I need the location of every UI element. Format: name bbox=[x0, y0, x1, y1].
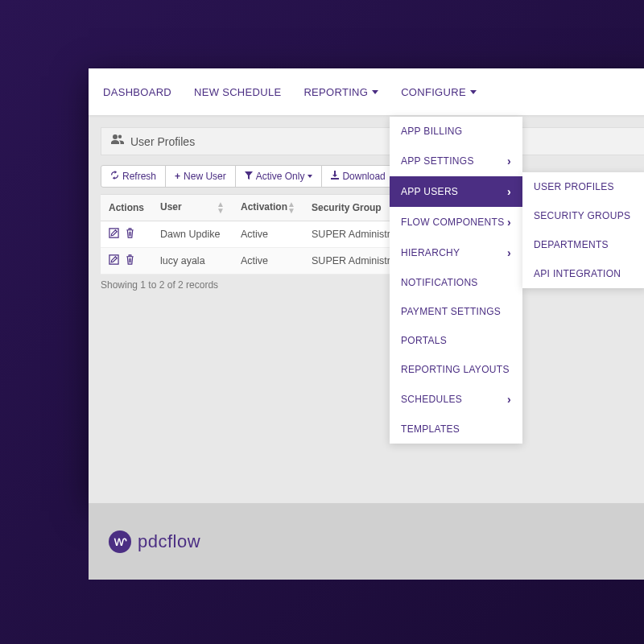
footer: ⱳ pdcflow bbox=[89, 503, 644, 580]
chevron-right-icon: › bbox=[507, 216, 511, 229]
menu-portals[interactable]: PORTALS bbox=[390, 326, 522, 355]
menu-reporting-layouts[interactable]: REPORTING LAYOUTS bbox=[390, 355, 522, 384]
btn-label: Download bbox=[342, 171, 385, 182]
delete-icon[interactable] bbox=[126, 254, 134, 267]
nav-label: REPORTING bbox=[303, 86, 368, 98]
filter-icon bbox=[245, 171, 253, 182]
menu-app-settings[interactable]: APP SETTINGS › bbox=[390, 146, 522, 176]
nav-label: DASHBOARD bbox=[103, 86, 171, 98]
menu-schedules[interactable]: SCHEDULES › bbox=[390, 384, 522, 415]
filter-button[interactable]: Active Only bbox=[235, 165, 323, 188]
nav-reporting[interactable]: REPORTING bbox=[303, 86, 378, 98]
menu-hierarchy[interactable]: HIERARCHY › bbox=[390, 237, 522, 268]
sort-icon: ▲▼ bbox=[217, 201, 225, 214]
nav-dashboard[interactable]: DASHBOARD bbox=[103, 86, 171, 98]
sort-icon: ▲▼ bbox=[287, 201, 295, 214]
edit-icon[interactable] bbox=[109, 228, 122, 241]
menu-payment-settings[interactable]: PAYMENT SETTINGS bbox=[390, 297, 522, 326]
refresh-button[interactable]: Refresh bbox=[101, 165, 166, 188]
user-cell: lucy ayala bbox=[152, 248, 233, 275]
menu-flow-components[interactable]: FLOW COMPONENTS › bbox=[390, 207, 522, 237]
chevron-right-icon: › bbox=[507, 185, 511, 198]
brand-logo: ⱳ pdcflow bbox=[109, 530, 200, 553]
top-nav: DASHBOARD NEW SCHEDULE REPORTING CONFIGU… bbox=[89, 68, 644, 115]
submenu-departments[interactable]: DEPARTMENTS bbox=[522, 230, 644, 259]
user-cell: Dawn Updike bbox=[152, 221, 233, 248]
submenu-api-integration[interactable]: API INTEGRATION bbox=[522, 259, 644, 288]
activation-cell: Active bbox=[233, 221, 303, 248]
activation-cell: Active bbox=[233, 248, 303, 275]
new-user-button[interactable]: + New User bbox=[165, 165, 236, 188]
nav-label: NEW SCHEDULE bbox=[194, 86, 281, 98]
nav-new-schedule[interactable]: NEW SCHEDULE bbox=[194, 86, 281, 98]
menu-templates[interactable]: TEMPLATES bbox=[390, 415, 522, 444]
configure-dropdown: APP BILLING APP SETTINGS › APP USERS › F… bbox=[390, 117, 522, 444]
chevron-right-icon: › bbox=[507, 155, 511, 167]
users-icon bbox=[111, 134, 124, 148]
menu-notifications[interactable]: NOTIFICATIONS bbox=[390, 268, 522, 297]
page-title: User Profiles bbox=[130, 135, 195, 148]
btn-label: New User bbox=[184, 171, 226, 182]
chevron-right-icon: › bbox=[507, 393, 511, 406]
btn-label: Refresh bbox=[122, 171, 156, 182]
menu-app-users[interactable]: APP USERS › bbox=[390, 176, 522, 207]
download-button[interactable]: Download bbox=[321, 165, 394, 188]
edit-icon[interactable] bbox=[109, 254, 122, 267]
menu-app-billing[interactable]: APP BILLING bbox=[390, 117, 522, 146]
brand-name: pdcflow bbox=[138, 531, 200, 552]
app-window: DASHBOARD NEW SCHEDULE REPORTING CONFIGU… bbox=[89, 68, 644, 503]
plus-icon: + bbox=[175, 171, 180, 182]
app-users-submenu: USER PROFILES SECURITY GROUPS DEPARTMENT… bbox=[522, 172, 644, 288]
submenu-security-groups[interactable]: SECURITY GROUPS bbox=[522, 201, 644, 230]
btn-label: Active Only bbox=[256, 171, 305, 182]
content-area: User Profiles Refresh + New User Active … bbox=[89, 115, 644, 303]
caret-down-icon bbox=[372, 90, 378, 94]
refresh-icon bbox=[110, 171, 119, 182]
page-header: User Profiles bbox=[101, 127, 644, 155]
download-icon bbox=[331, 171, 339, 182]
col-activation[interactable]: Activation▲▼ bbox=[233, 195, 303, 221]
chevron-right-icon: › bbox=[507, 246, 511, 259]
logo-mark-icon: ⱳ bbox=[109, 530, 131, 553]
submenu-user-profiles[interactable]: USER PROFILES bbox=[522, 172, 644, 201]
delete-icon[interactable] bbox=[126, 228, 134, 241]
caret-down-icon bbox=[470, 90, 477, 94]
col-actions[interactable]: Actions bbox=[101, 195, 152, 221]
col-user[interactable]: User▲▼ bbox=[152, 195, 233, 221]
caret-down-icon bbox=[308, 175, 312, 178]
nav-configure[interactable]: CONFIGURE bbox=[401, 86, 477, 98]
nav-label: CONFIGURE bbox=[401, 86, 466, 98]
